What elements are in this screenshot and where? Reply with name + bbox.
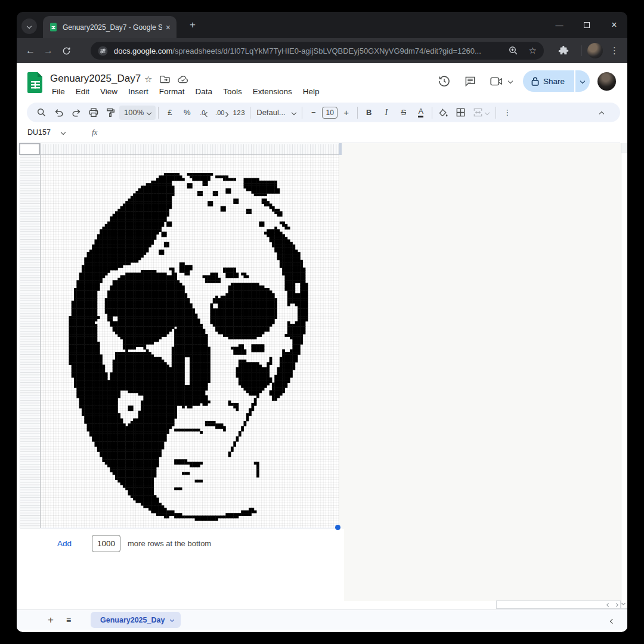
bold-button[interactable]: B [360,105,377,120]
add-rows-bar: Add 1000 more rows at the bottom [57,534,211,553]
add-sheet-button[interactable]: + [42,614,60,626]
toolbar-more-button[interactable]: ⋮ [499,105,516,120]
collapse-panel-icon[interactable] [611,615,614,626]
divider [302,107,302,119]
browser-profile-avatar[interactable] [587,43,603,58]
star-icon[interactable]: ☆ [144,74,152,85]
url-path: /spreadsheets/d/1I07LqYkM7TyHIE0-agijSbL… [172,47,481,55]
chevron-down-icon [147,110,151,114]
sheets-app: Genuary2025_Day7 ☆ FileEditViewInsertFor… [17,63,627,632]
sheet-menu-icon [170,618,174,622]
hide-menus-button[interactable] [600,107,603,118]
cell-reference: DU157 [27,128,51,137]
divider [432,107,432,119]
scrollbar-cap [621,143,627,153]
percent-format-button[interactable]: % [178,105,196,120]
user-avatar[interactable] [597,72,616,91]
menu-item-file[interactable]: File [47,85,70,98]
browser-menu-icon[interactable]: ⋮ [610,45,619,56]
search-menus-button[interactable] [33,105,50,120]
menu-item-insert[interactable]: Insert [123,85,154,98]
browser-toolbar: ← → docs.google.com/spreadsheets/d/1I07L… [17,38,627,63]
scroll-left-icon[interactable] [606,602,611,606]
url-host: docs.google.com [114,47,172,55]
share-dropdown[interactable] [575,70,590,92]
scroll-right-icon[interactable] [614,602,618,606]
move-folder-icon[interactable] [160,75,170,83]
merge-cells-button[interactable] [469,105,493,120]
meet-icon[interactable] [490,77,503,86]
divider [581,45,581,56]
menu-item-view[interactable]: View [95,85,123,98]
maximize-icon [584,22,590,28]
url-bar[interactable]: docs.google.com/spreadsheets/d/1I07LqYkM… [91,42,544,60]
horizontal-scrollbar[interactable] [496,600,621,609]
borders-button[interactable] [452,105,469,120]
menu-item-tools[interactable]: Tools [218,85,247,98]
menu-bar: FileEditViewInsertFormatDataToolsExtensi… [47,85,324,98]
document-title[interactable]: Genuary2025_Day7 [50,73,141,85]
decrease-font-size-button[interactable]: − [305,105,322,120]
fill-color-button[interactable] [435,105,452,120]
sheets-favicon [49,23,58,32]
scroll-down-icon[interactable] [621,601,626,605]
vertical-scrollbar[interactable] [621,143,627,609]
minimize-button[interactable]: — [553,21,565,30]
redo-button[interactable] [67,105,85,120]
name-box[interactable]: DU157 [19,128,76,137]
browser-window: Genuary2025_Day7 - Google Sh × + — × ← →… [17,12,627,632]
add-rows-link[interactable]: Add [57,539,72,548]
reload-button[interactable] [57,47,75,55]
increase-font-size-button[interactable]: + [338,105,355,120]
font-size-input[interactable]: 10 [322,107,338,119]
print-button[interactable] [85,105,102,120]
new-tab-button[interactable]: + [186,19,199,31]
sheet-end-handle[interactable] [335,525,340,530]
lock-icon [531,77,539,86]
tab-title: Genuary2025_Day7 - Google Sh [63,23,162,32]
italic-button[interactable]: I [377,105,395,120]
site-settings-icon[interactable] [98,46,108,56]
paint-format-button[interactable] [102,105,119,120]
forward-button[interactable]: → [39,45,57,56]
sheet-tab-bar: + ≡ Genuary2025_Day [17,609,627,630]
share-button[interactable]: Share [523,70,574,92]
browser-tab[interactable]: Genuary2025_Day7 - Google Sh × [43,16,177,38]
extensions-icon[interactable] [558,45,569,56]
spreadsheet-grid[interactable] [19,143,344,529]
menu-item-extensions[interactable]: Extensions [247,85,298,98]
text-color-button[interactable]: A [412,105,429,120]
cloud-saved-icon[interactable] [178,76,188,83]
menu-item-edit[interactable]: Edit [70,85,95,98]
decrease-decimal-button[interactable]: .0 [196,105,213,120]
meet-dropdown[interactable] [509,79,512,83]
font-select[interactable]: Defaul... [253,108,299,117]
tab-search-button[interactable] [21,18,37,34]
zoom-value: 100% [124,108,144,117]
bookmark-star-icon[interactable]: ☆ [529,45,537,56]
version-history-icon[interactable] [438,75,450,87]
divider [250,107,250,119]
zoom-icon[interactable] [509,46,518,55]
divider [158,107,159,119]
undo-button[interactable] [50,105,67,120]
menu-item-data[interactable]: Data [190,85,218,98]
strikethrough-button[interactable]: S [395,105,412,120]
more-formats-button[interactable]: 123 [230,105,247,120]
menu-item-help[interactable]: Help [298,85,325,98]
comments-icon[interactable] [465,76,476,87]
menu-item-format[interactable]: Format [154,85,190,98]
close-window-button[interactable]: × [608,20,620,30]
formula-bar: DU157 fx [19,122,620,143]
zoom-select[interactable]: 100% [119,106,156,120]
tab-close-icon[interactable]: × [166,23,171,32]
font-name: Defaul... [256,108,287,117]
add-rows-input[interactable]: 1000 [92,535,120,552]
currency-format-button[interactable]: £ [161,105,178,120]
maximize-button[interactable] [581,21,593,30]
increase-decimal-button[interactable]: .00 [213,105,230,120]
sheets-logo[interactable] [27,72,44,93]
all-sheets-button[interactable]: ≡ [60,615,78,625]
active-sheet-tab[interactable]: Genuary2025_Day [91,612,181,628]
back-button[interactable]: ← [21,45,39,56]
